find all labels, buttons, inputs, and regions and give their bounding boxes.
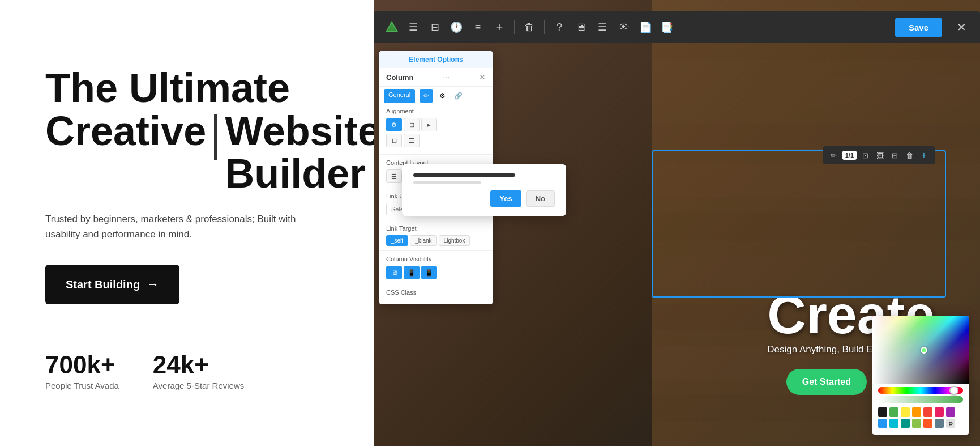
toolbar-help-icon[interactable]: ? (550, 18, 568, 36)
stats-row: 700k+ People Trust Avada 24k+ Average 5-… (45, 352, 340, 390)
alignment-row-2: ⊟ ☰ (386, 134, 486, 147)
hue-thumb[interactable] (949, 386, 958, 395)
toolbar-copy-template-icon[interactable]: 📑 (658, 18, 676, 36)
column-visibility-buttons: 🖥 📱 📱 (386, 266, 486, 279)
ep-tab-link[interactable]: 🔗 (451, 89, 465, 103)
stat-reviews-number: 24k+ (153, 352, 244, 377)
toolbar-save-template-icon[interactable]: 📄 (636, 18, 654, 36)
color-gradient-area[interactable] (872, 316, 969, 384)
mt-photo-icon[interactable]: 🖼 (874, 149, 886, 162)
vis-mobile[interactable]: 📱 (421, 266, 437, 279)
headline: The Ultimate Creative Website Builder (45, 67, 340, 196)
alignment-row-1: ⚙ ⊡ ▸ (386, 118, 486, 131)
swatch-blue-grey[interactable] (935, 419, 944, 428)
stat-people-label: People Trust Avada (45, 381, 119, 390)
no-button[interactable]: No (526, 190, 555, 207)
toolbar-sidebar-icon[interactable]: ☰ (404, 18, 422, 36)
column-visibility-label: Column Visibility (386, 256, 486, 262)
hue-slider[interactable] (878, 387, 963, 394)
swatch-green[interactable] (889, 407, 898, 417)
swatch-purple[interactable] (946, 407, 955, 417)
toolbar-panel-icon[interactable]: ⊟ (426, 18, 444, 36)
vis-tablet[interactable]: 📱 (404, 266, 420, 279)
link-target-section: Link Target _self _blank Lightbox (379, 220, 493, 251)
swatch-cyan[interactable] (889, 419, 898, 428)
toolbar-layout-icon[interactable]: ☰ (593, 18, 611, 36)
toolbar-delete-icon[interactable]: 🗑 (520, 18, 538, 36)
element-options-header: Element Options (379, 51, 493, 68)
alpha-slider[interactable] (878, 396, 963, 403)
editor-toolbar: ☰ ⊟ 🕐 ≡ + 🗑 ? 🖥 ☰ 👁 📄 📑 Save ✕ (374, 11, 980, 43)
align-middle-center[interactable]: ☰ (404, 134, 420, 147)
toolbar-sep2 (544, 20, 545, 34)
ep-tab-general[interactable]: General (384, 89, 415, 103)
get-started-button[interactable]: Get Started (786, 369, 867, 395)
vis-desktop[interactable]: 🖥 (386, 266, 402, 279)
toolbar-eye-icon[interactable]: 👁 (615, 18, 633, 36)
toolbar-desktop-icon[interactable]: 🖥 (572, 18, 590, 36)
ep-tab-edit[interactable]: ✏ (420, 89, 433, 103)
cta-arrow: → (147, 277, 159, 292)
swatch-teal[interactable] (901, 419, 910, 428)
link-target-lightbox[interactable]: Lightbox (439, 235, 470, 246)
ep-tab-settings[interactable]: ⚙ (435, 89, 449, 103)
dialog-buttons: Yes No (413, 190, 555, 207)
headline-line3: Website Builder (225, 110, 380, 196)
color-picker: ⚙ (872, 316, 969, 435)
link-target-buttons: _self _blank Lightbox (386, 235, 486, 246)
mt-copy-icon[interactable]: ⊡ (859, 149, 871, 162)
stat-reviews-label: Average 5-Star Reviews (153, 381, 244, 390)
color-swatches: ⚙ (872, 405, 969, 430)
align-middle-left[interactable]: ⊟ (386, 134, 402, 147)
mini-toolbar: ✏ 1/1 ⊡ 🖼 ⊞ 🗑 + (823, 146, 935, 164)
toolbar-history-icon[interactable]: 🕐 (447, 18, 465, 36)
swatch-settings[interactable]: ⚙ (946, 419, 955, 428)
swatch-deep-orange[interactable] (923, 419, 932, 428)
element-panel-title: Column (386, 73, 413, 82)
swatch-orange[interactable] (912, 407, 921, 417)
swatch-blue[interactable] (878, 419, 887, 428)
dialog-subbar (413, 181, 481, 184)
link-target-blank[interactable]: _blank (410, 235, 436, 246)
headline-line2: Creative (45, 110, 206, 153)
column-visibility-section: Column Visibility 🖥 📱 📱 (379, 251, 493, 284)
element-panel-title-row: Column ··· ✕ (379, 68, 493, 87)
layout-btn-1[interactable]: ☰ (386, 169, 402, 183)
link-target-self[interactable]: _self (386, 235, 408, 246)
toolbar-close-button[interactable]: ✕ (952, 18, 971, 36)
subtext: Trusted by beginners, marketers & profes… (45, 211, 306, 242)
toolbar-sep1 (514, 20, 515, 34)
toolbar-layers-icon[interactable]: ≡ (469, 18, 487, 36)
yes-no-dialog: Yes No (402, 164, 566, 216)
right-panel: Create Design Anything, Build Everything… (374, 0, 980, 446)
mt-edit-icon[interactable]: ✏ (828, 149, 840, 162)
color-picker-cursor[interactable] (921, 347, 927, 354)
align-top-center[interactable]: ⊡ (404, 118, 420, 131)
start-building-button[interactable]: Start Building → (45, 265, 179, 304)
mt-trash-icon[interactable]: 🗑 (903, 149, 915, 162)
stat-people-number: 700k+ (45, 352, 119, 377)
save-button[interactable]: Save (895, 18, 942, 37)
align-top-right[interactable]: ▸ (421, 118, 437, 131)
swatch-yellow[interactable] (901, 407, 910, 417)
align-top-left[interactable]: ⚙ (386, 118, 402, 131)
yes-button[interactable]: Yes (490, 190, 521, 207)
cta-label: Start Building (66, 278, 140, 291)
mt-layout-icon[interactable]: ⊞ (888, 149, 901, 162)
swatch-black[interactable] (878, 407, 887, 417)
toolbar-add-icon[interactable]: + (490, 18, 508, 36)
swatch-pink[interactable] (935, 407, 944, 417)
element-panel-dots[interactable]: ··· (443, 73, 450, 82)
headline-divider (214, 114, 217, 160)
swatch-red[interactable] (923, 407, 932, 417)
stat-reviews: 24k+ Average 5-Star Reviews (153, 352, 244, 390)
alignment-section: Alignment ⚙ ⊡ ▸ ⊟ ☰ (379, 103, 493, 155)
element-panel-close[interactable]: ✕ (479, 73, 486, 82)
stat-people: 700k+ People Trust Avada (45, 352, 119, 390)
avada-logo[interactable] (383, 18, 401, 36)
element-panel-tabs: General ✏ ⚙ 🔗 (379, 87, 493, 103)
headline-line1: The Ultimate (45, 67, 380, 110)
mt-add-icon[interactable]: + (918, 149, 930, 162)
dialog-bar (413, 173, 515, 177)
swatch-lime[interactable] (912, 419, 921, 428)
